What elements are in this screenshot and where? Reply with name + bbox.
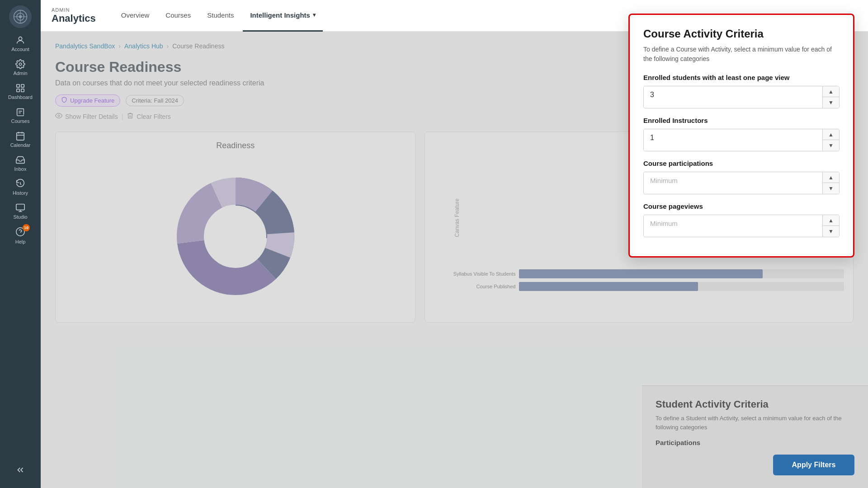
course-pageviews-buttons: ▲ ▼	[822, 215, 839, 237]
chevron-down-icon: ▾	[313, 12, 316, 18]
sidebar-item-label: History	[13, 190, 28, 196]
brand-admin-label: ADMIN	[52, 7, 96, 13]
sidebar-item-label: Courses	[11, 118, 30, 124]
enrolled-instructors-section: Enrolled Instructors 1 ▲ ▼	[643, 117, 840, 151]
breadcrumb-sep-1: ›	[118, 42, 121, 50]
sidebar-item-label: Help	[15, 239, 26, 244]
sidebar: Account Admin Dashboard Courses	[0, 0, 41, 488]
sidebar-item-studio[interactable]: Studio	[0, 199, 41, 223]
course-participations-up[interactable]: ▲	[823, 172, 839, 183]
breadcrumb-pandalytics[interactable]: Pandalytics SandBox	[55, 42, 115, 50]
svg-rect-8	[21, 84, 24, 87]
collapse-button[interactable]	[11, 461, 29, 479]
enrolled-students-value[interactable]: 3	[644, 86, 822, 108]
canvas-feature-label: Canvas Feature	[454, 198, 460, 237]
panel-subtitle: To define a Course with Activity, select…	[643, 45, 840, 64]
course-pageviews-down[interactable]: ▼	[823, 226, 839, 237]
svg-rect-9	[17, 89, 19, 92]
course-pageviews-placeholder[interactable]: Minimum	[644, 215, 822, 237]
bar-label-syllabus: Syllabus Visible To Students	[452, 271, 515, 277]
sidebar-item-dashboard[interactable]: Dashboard	[0, 80, 41, 103]
clear-filters-button[interactable]: Clear Filters	[127, 112, 170, 121]
sidebar-item-label: Inbox	[14, 166, 27, 172]
enrolled-instructors-down[interactable]: ▼	[823, 140, 839, 151]
course-participations-section: Course participations Minimum ▲ ▼	[643, 160, 840, 194]
svg-point-27	[205, 206, 266, 267]
breadcrumb-current: Course Readiness	[172, 42, 224, 50]
enrolled-instructors-label: Enrolled Instructors	[643, 117, 840, 124]
sidebar-item-label: Account	[11, 47, 29, 52]
nav-intelligent-insights-label: Intelligent Insights	[250, 11, 310, 19]
enrolled-students-section: Enrolled students with at least one page…	[643, 74, 840, 108]
app-logo[interactable]	[9, 5, 32, 28]
help-badge: 10	[23, 224, 30, 231]
course-pageviews-up[interactable]: ▲	[823, 215, 839, 226]
course-participations-buttons: ▲ ▼	[822, 172, 839, 194]
nav-courses[interactable]: Courses	[158, 0, 198, 32]
nav-students[interactable]: Students	[200, 0, 241, 32]
sidebar-item-admin[interactable]: Admin	[0, 56, 41, 80]
upgrade-feature-label: Upgrade Feature	[70, 97, 114, 104]
nav-intelligent-insights[interactable]: Intelligent Insights ▾	[243, 0, 323, 32]
readiness-chart-card: Readiness	[55, 131, 415, 323]
enrolled-students-buttons: ▲ ▼	[822, 86, 839, 108]
enrolled-instructors-up[interactable]: ▲	[823, 129, 839, 140]
svg-rect-7	[17, 84, 19, 87]
student-activity-subtitle: To define a Student with Activity, selec…	[656, 414, 854, 432]
breadcrumb-analytics-hub[interactable]: Analytics Hub	[124, 42, 163, 50]
donut-chart-title: Readiness	[65, 141, 406, 150]
show-filter-details-button[interactable]: Show Filter Details	[55, 112, 118, 121]
show-filter-details-label: Show Filter Details	[65, 113, 118, 120]
sidebar-item-label: Studio	[13, 214, 27, 220]
filter-sep: |	[122, 113, 123, 120]
course-participations-placeholder[interactable]: Minimum	[644, 172, 822, 194]
course-pageviews-label: Course pageviews	[643, 202, 840, 210]
enrolled-instructors-buttons: ▲ ▼	[822, 129, 839, 151]
svg-point-5	[19, 37, 22, 40]
svg-rect-10	[21, 89, 24, 92]
course-participations-down[interactable]: ▼	[823, 183, 839, 194]
apply-filters-button[interactable]: Apply Filters	[773, 455, 854, 475]
brand: ADMIN Analytics	[52, 7, 96, 24]
brand-name-label: Analytics	[52, 13, 96, 24]
sidebar-item-label: Calendar	[10, 142, 31, 148]
donut-chart-container	[65, 160, 406, 313]
sidebar-item-label: Admin	[13, 70, 27, 76]
sidebar-item-inbox[interactable]: Inbox	[0, 151, 41, 175]
trash-icon	[127, 112, 134, 121]
student-activity-title: Student Activity Criteria	[656, 399, 854, 410]
upgrade-feature-tag[interactable]: Upgrade Feature	[55, 94, 120, 107]
bar-outer-published	[519, 282, 844, 291]
participations-label: Participations	[656, 439, 854, 446]
course-pageviews-spinner: Minimum ▲ ▼	[643, 215, 840, 237]
bar-outer-syllabus	[519, 269, 844, 278]
bar-inner-syllabus	[519, 269, 763, 278]
enrolled-students-spinner: 3 ▲ ▼	[643, 86, 840, 108]
donut-chart-svg	[168, 169, 303, 304]
enrolled-instructors-spinner: 1 ▲ ▼	[643, 129, 840, 151]
sidebar-item-courses[interactable]: Courses	[0, 103, 41, 127]
shield-icon	[61, 97, 67, 104]
bar-row-published: Course Published	[452, 282, 844, 291]
svg-point-22	[58, 115, 60, 117]
breadcrumb-sep-2: ›	[167, 42, 169, 50]
course-participations-spinner: Minimum ▲ ▼	[643, 172, 840, 194]
eye-icon	[55, 112, 62, 121]
svg-rect-17	[16, 204, 24, 210]
sidebar-item-label: Dashboard	[8, 94, 33, 100]
sidebar-item-account[interactable]: Account	[0, 32, 41, 56]
sidebar-item-history[interactable]: History	[0, 175, 41, 199]
sidebar-item-help[interactable]: 10 Help	[0, 223, 41, 248]
criteria-tag: Criteria: Fall 2024	[126, 95, 184, 106]
criteria-label: Criteria: Fall 2024	[132, 97, 178, 104]
enrolled-instructors-value[interactable]: 1	[644, 129, 822, 151]
sidebar-item-calendar[interactable]: Calendar	[0, 127, 41, 151]
enrolled-students-down[interactable]: ▼	[823, 97, 839, 108]
clear-filters-label: Clear Filters	[137, 113, 170, 120]
svg-rect-13	[17, 133, 24, 141]
bar-row-syllabus: Syllabus Visible To Students	[452, 269, 844, 278]
bar-label-published: Course Published	[452, 284, 515, 289]
course-pageviews-section: Course pageviews Minimum ▲ ▼	[643, 202, 840, 237]
enrolled-students-up[interactable]: ▲	[823, 86, 839, 97]
nav-overview[interactable]: Overview	[114, 0, 157, 32]
